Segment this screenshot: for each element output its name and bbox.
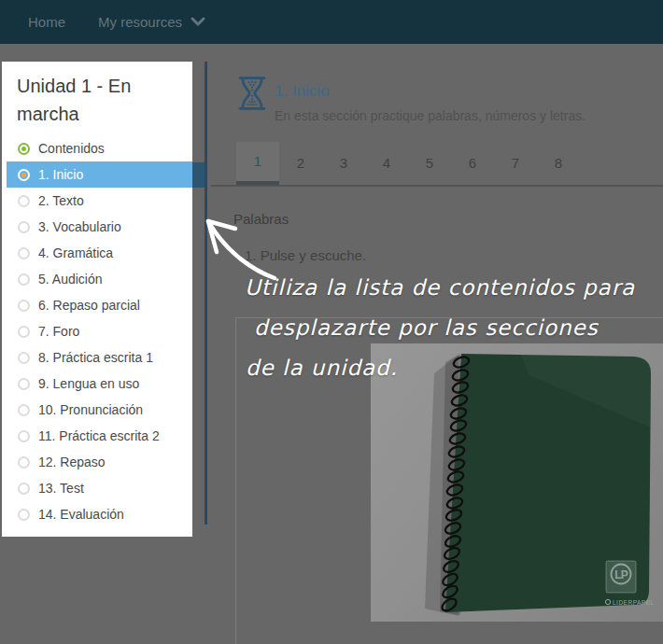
sidebar-item-test[interactable]: 13. Test bbox=[7, 475, 192, 501]
section-subtitle: En esta sección practique palabras, núme… bbox=[275, 108, 585, 123]
circle-icon bbox=[18, 430, 30, 442]
page-tab-2[interactable]: 2 bbox=[279, 142, 322, 185]
sidebar-item-label: Contenidos bbox=[38, 141, 105, 156]
page-tab-8[interactable]: 8 bbox=[537, 142, 580, 185]
circle-icon bbox=[18, 352, 30, 364]
sidebar-item-repaso[interactable]: 12. Repaso bbox=[7, 449, 192, 475]
page-tab-6[interactable]: 6 bbox=[451, 142, 494, 185]
sidebar: Unidad 1 - En marcha Contenidos 1. Inici… bbox=[2, 62, 192, 537]
chevron-down-icon bbox=[190, 17, 205, 27]
sidebar-item-label: 7. Foro bbox=[38, 324, 79, 339]
sidebar-item-label: 13. Test bbox=[38, 481, 84, 496]
page-tab-5[interactable]: 5 bbox=[408, 142, 451, 185]
sidebar-item-audicion[interactable]: 5. Audición bbox=[7, 266, 192, 292]
sidebar-item-foro[interactable]: 7. Foro bbox=[7, 318, 192, 344]
page-tab-1[interactable]: 1 bbox=[236, 142, 279, 185]
tutorial-text-line3: de la unidad. bbox=[246, 356, 398, 380]
circle-icon bbox=[18, 456, 30, 469]
circle-icon bbox=[18, 273, 30, 286]
circle-icon bbox=[18, 483, 30, 495]
sidebar-item-label: 9. Lengua en uso bbox=[38, 376, 139, 391]
hourglass-icon bbox=[235, 77, 269, 110]
sidebar-item-inicio[interactable]: 1. Inicio bbox=[7, 161, 192, 188]
sidebar-item-label: 4. Gramática bbox=[38, 245, 113, 260]
sidebar-item-pronunciacion[interactable]: 10. Pronunciación bbox=[7, 397, 192, 423]
top-navbar: Home My resources bbox=[0, 0, 663, 44]
circle-icon bbox=[18, 378, 30, 390]
active-item-highlight-extension bbox=[192, 162, 205, 188]
circle-icon bbox=[18, 195, 30, 207]
circle-icon bbox=[18, 326, 30, 338]
sidebar-item-vocabulario[interactable]: 3. Vocabulario bbox=[7, 214, 192, 240]
circle-icon bbox=[18, 221, 30, 233]
logo-monogram: LP bbox=[614, 568, 628, 581]
notebook-image[interactable]: LP LIDERPAPEL bbox=[371, 343, 663, 622]
sidebar-item-practica-escrita-2[interactable]: 11. Práctica escrita 2 bbox=[7, 423, 192, 449]
sidebar-item-contenidos[interactable]: Contenidos bbox=[7, 135, 192, 161]
sidebar-item-label: 2. Texto bbox=[38, 193, 84, 208]
circle-icon bbox=[18, 247, 30, 259]
pagination-tabs: 1 2 3 4 5 6 7 8 bbox=[236, 142, 580, 185]
page-tab-7[interactable]: 7 bbox=[494, 142, 537, 185]
circle-icon bbox=[18, 300, 30, 312]
tab-row-border bbox=[211, 185, 663, 187]
tutorial-text-line2: desplazarte por las secciones bbox=[254, 315, 599, 340]
sidebar-item-lengua-en-uso[interactable]: 9. Lengua en uso bbox=[7, 371, 192, 397]
sidebar-item-label: 1. Inicio bbox=[38, 167, 83, 182]
nav-my-resources[interactable]: My resources bbox=[98, 14, 205, 30]
sidebar-item-label: 5. Audición bbox=[38, 272, 103, 287]
tutorial-text-line1: Utiliza la lista de contenidos para bbox=[245, 275, 635, 300]
sidebar-item-label: 8. Práctica escrita 1 bbox=[38, 350, 153, 365]
nav-home-label: Home bbox=[28, 14, 65, 30]
circle-icon bbox=[18, 404, 30, 416]
page-tab-4[interactable]: 4 bbox=[365, 142, 408, 185]
tutorial-arrow-icon bbox=[194, 213, 280, 284]
page-tab-3[interactable]: 3 bbox=[322, 142, 365, 185]
sidebar-item-evaluacion[interactable]: 14. Evaluación bbox=[7, 501, 192, 527]
sidebar-item-label: 3. Vocabulario bbox=[38, 219, 121, 234]
nav-home[interactable]: Home bbox=[28, 14, 65, 30]
sidebar-item-repaso-parcial[interactable]: 6. Repaso parcial bbox=[7, 292, 192, 318]
done-ring-icon bbox=[18, 143, 30, 155]
sidebar-item-texto[interactable]: 2. Texto bbox=[7, 188, 192, 214]
sidebar-divider-line bbox=[205, 62, 207, 525]
sidebar-item-label: 6. Repaso parcial bbox=[38, 298, 140, 313]
sidebar-item-label: 14. Evaluación bbox=[38, 507, 124, 522]
nav-my-resources-label: My resources bbox=[98, 14, 182, 30]
section-title: 1. Inicio bbox=[275, 82, 330, 101]
sidebar-item-label: 11. Práctica escrita 2 bbox=[38, 428, 160, 443]
logo-brand-text: LIDERPAPEL bbox=[613, 599, 655, 606]
sidebar-item-label: 12. Repaso bbox=[38, 455, 106, 469]
unit-title: Unidad 1 - En marcha bbox=[17, 72, 168, 128]
sidebar-item-gramatica[interactable]: 4. Gramática bbox=[7, 240, 192, 266]
contents-list: Contenidos 1. Inicio 2. Texto 3. Vocabul… bbox=[2, 135, 192, 527]
current-ring-icon bbox=[18, 169, 30, 181]
notebook-illustration: LP LIDERPAPEL bbox=[371, 343, 663, 622]
sidebar-item-label: 10. Pronunciación bbox=[38, 402, 143, 417]
circle-icon bbox=[18, 509, 30, 521]
sidebar-item-practica-escrita-1[interactable]: 8. Práctica escrita 1 bbox=[7, 344, 192, 371]
